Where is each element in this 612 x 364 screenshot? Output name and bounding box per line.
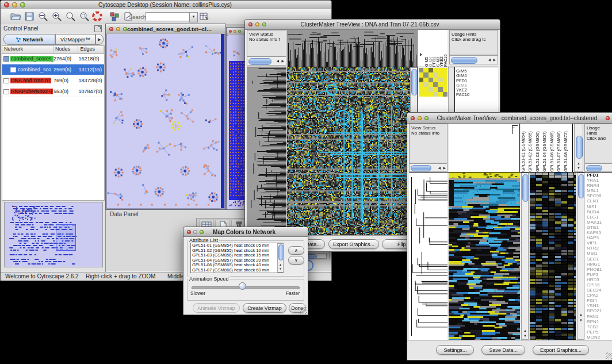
- matrix-cell[interactable]: [438, 92, 442, 97]
- gene-label[interactable]: GPI16: [585, 282, 612, 288]
- matrix-cell[interactable]: [433, 72, 438, 77]
- gene-label[interactable]: MAK31: [585, 220, 612, 225]
- attribute-list-vscrollbar[interactable]: ▲▼: [277, 243, 284, 273]
- treeview2-button[interactable]: Save Data...: [481, 345, 525, 355]
- network-table-row[interactable]: combined_scores_ 2764(0) 16218(0): [2, 53, 104, 64]
- minimize-icon[interactable]: [116, 27, 120, 31]
- gene-dendrogram[interactable]: [409, 173, 447, 340]
- labels-vscrollbar[interactable]: ▲▼: [574, 124, 583, 172]
- gene-dendrogram[interactable]: [247, 67, 286, 235]
- gene-label[interactable]: PEP5: [585, 329, 612, 335]
- treeview1-titlebar[interactable]: ClusterMaker TreeView : DNA and Tran 07-…: [245, 20, 500, 30]
- close-icon[interactable]: [411, 116, 415, 120]
- gene-label[interactable]: MSL1: [585, 188, 612, 193]
- matrix-cell[interactable]: [443, 78, 447, 82]
- main-titlebar[interactable]: Cytoscape Desktop (Session Name: collins…: [1, 1, 331, 10]
- attribute-browser-icon[interactable]: [198, 11, 210, 22]
- zoom-window-icon[interactable]: [123, 27, 127, 31]
- close-icon[interactable]: [248, 22, 253, 26]
- heatmap-detail[interactable]: [530, 173, 576, 340]
- matrix-cell[interactable]: [443, 82, 447, 87]
- matrix-cell[interactable]: [423, 78, 428, 82]
- array-dendrogram[interactable]: [287, 30, 418, 67]
- gene-label[interactable]: NIS1: [585, 204, 612, 209]
- close-icon[interactable]: [606, 116, 610, 120]
- zoom-fit-icon[interactable]: [65, 11, 76, 22]
- matrix-cell[interactable]: [419, 82, 423, 87]
- matrix-cell[interactable]: [433, 82, 438, 87]
- correlation-matrix[interactable]: [419, 68, 447, 97]
- gene-label[interactable]: CLN1: [585, 198, 612, 204]
- zoom-selected-icon[interactable]: [79, 11, 90, 22]
- gene-label[interactable]: BUD4: [585, 209, 612, 214]
- matrix-cell[interactable]: [419, 78, 423, 82]
- open-icon[interactable]: [10, 11, 21, 22]
- matrix-cell[interactable]: [429, 68, 433, 72]
- gene-label[interactable]: PHO81: [585, 267, 612, 272]
- matrix-cell[interactable]: [433, 68, 438, 72]
- close-icon[interactable]: [187, 230, 191, 234]
- zoom-window-icon[interactable]: [238, 30, 241, 33]
- matrix-cell[interactable]: [429, 78, 433, 82]
- tab-vizmapper[interactable]: VizMapper™: [55, 34, 95, 45]
- treeview2-button[interactable]: Settings...: [436, 345, 474, 355]
- gene-label[interactable]: KAP95: [585, 230, 612, 235]
- tab-overflow-arrow[interactable]: ▶: [95, 34, 104, 45]
- gene-label[interactable]: GTB1: [585, 225, 612, 230]
- zoom-in-icon[interactable]: [51, 11, 63, 22]
- help-icon[interactable]: [91, 11, 103, 22]
- gene-label[interactable]: NTR2: [585, 246, 612, 251]
- matrix-cell[interactable]: [438, 82, 442, 87]
- network-table-row[interactable]: combined_sco 2569(6) 13112(15): [2, 64, 104, 75]
- minimize-icon[interactable]: [12, 2, 17, 7]
- matrix-cell[interactable]: [419, 92, 423, 97]
- gene-label[interactable]: ELG1: [585, 214, 612, 220]
- view-status-hscrollbar[interactable]: ◀▶: [247, 56, 286, 66]
- move-up-button[interactable]: ∧: [288, 246, 304, 255]
- network-overview-thumbnail[interactable]: [4, 202, 103, 267]
- resize-grip[interactable]: [606, 352, 612, 359]
- tab-network[interactable]: Network: [3, 34, 55, 45]
- heatmap-vscrollbar[interactable]: ▲▼: [521, 173, 529, 340]
- minimize-icon[interactable]: [193, 230, 197, 234]
- matrix-cell[interactable]: [429, 87, 433, 91]
- matrix-cell[interactable]: [423, 82, 428, 87]
- gene-label[interactable]: RNR4: [585, 183, 612, 188]
- matrix-cell[interactable]: [433, 87, 438, 91]
- heatmap[interactable]: [287, 67, 410, 235]
- zoom-window-icon[interactable]: [424, 116, 429, 120]
- gene-label[interactable]: RPN1: [585, 319, 612, 324]
- close-icon[interactable]: [4, 2, 9, 7]
- network-frame-titlebar[interactable]: combined_scores_good.txt--cluste...: [106, 24, 225, 35]
- matrix-cell[interactable]: [438, 72, 442, 77]
- minimize-icon[interactable]: [418, 116, 422, 120]
- matrix-cell[interactable]: [433, 78, 438, 82]
- close-icon[interactable]: [109, 27, 113, 31]
- gene-label[interactable]: HAP3: [585, 235, 612, 240]
- matrix-cell[interactable]: [419, 68, 423, 72]
- resize-grip[interactable]: [300, 307, 307, 314]
- zoom-window-icon[interactable]: [262, 22, 266, 26]
- gene-label[interactable]: MON2: [585, 335, 612, 340]
- network-table-header[interactable]: Network Nodes Edges: [2, 46, 104, 54]
- matrix-cell[interactable]: [433, 92, 438, 97]
- dialog-titlebar[interactable]: Map Colors to Network: [183, 227, 308, 237]
- gene-label[interactable]: HRD3: [585, 277, 612, 282]
- matrix-cell[interactable]: [429, 92, 433, 97]
- move-down-button[interactable]: ∨: [288, 256, 304, 265]
- matrix-cell[interactable]: [423, 68, 428, 72]
- treeview2-titlebar[interactable]: ClusterMaker TreeView : combined_scores_…: [407, 113, 612, 124]
- matrix-cell[interactable]: [419, 72, 423, 77]
- matrix-cell[interactable]: [423, 72, 428, 77]
- gene-list-vscrollbar[interactable]: ▲▼: [577, 173, 584, 340]
- matrix-cell[interactable]: [429, 82, 433, 87]
- network-table-row[interactable]: RNAPuberNov2+| 563(0) 107847(0): [2, 86, 104, 97]
- minimize-icon[interactable]: [255, 22, 259, 26]
- matrix-cell[interactable]: [419, 87, 423, 91]
- close-icon[interactable]: [229, 30, 232, 33]
- view-status-hscrollbar[interactable]: ◀▶: [409, 163, 447, 172]
- window-controls[interactable]: [4, 2, 25, 7]
- matrix-cell[interactable]: [443, 72, 447, 77]
- treeview2-button[interactable]: Export Graphics...: [533, 345, 589, 355]
- gene-label[interactable]: SEC1: [585, 256, 612, 262]
